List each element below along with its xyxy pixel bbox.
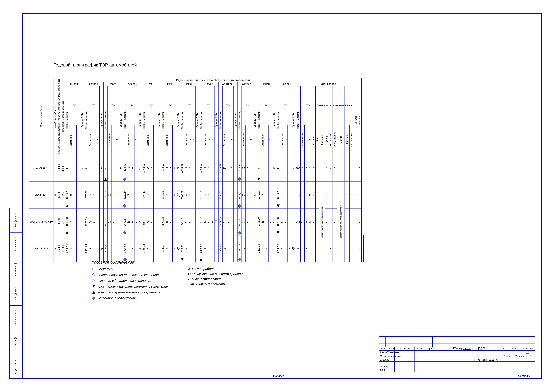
legend-item: -сезонное обслуживание	[92, 296, 168, 300]
svg-marker-6	[238, 204, 241, 208]
svg-marker-0	[104, 178, 107, 181]
svg-marker-10	[238, 231, 241, 234]
svg-marker-1	[123, 177, 126, 181]
title-block: ИзмЛист№ докумПодпДатаПлан-график ТОРЛит…	[379, 336, 535, 372]
stamp-cell: Справ №	[9, 330, 22, 354]
kopiroval-label: Копировал	[271, 374, 284, 377]
stamp-cell: Взам инв №	[9, 257, 22, 281]
legend: Условное обозначение -обкатка-постановка…	[92, 260, 244, 302]
svg-marker-3	[257, 178, 260, 181]
svg-marker-11	[277, 231, 280, 234]
legend-title: Условное обозначение	[92, 260, 244, 265]
svg-marker-9	[123, 231, 126, 234]
stamp-cell: Подп и дата	[9, 305, 22, 330]
drawing-sheet: Перв применСправ №Подп и датаИнв № дублВ…	[0, 0, 555, 392]
stamp-cell: Инв № дубл	[9, 281, 22, 306]
legend-text-item: Д-диагностирование	[188, 277, 244, 281]
legend-item: -обкатка	[92, 267, 168, 271]
tri-down-icon	[92, 284, 96, 289]
diamond-icon	[92, 296, 96, 300]
legend-text-item: О-обслуживание во время хранения	[188, 272, 244, 276]
svg-marker-17	[92, 273, 95, 276]
format-label: Формат А1	[518, 374, 533, 377]
stamp-cell: Перв примен	[9, 354, 22, 379]
left-binding-stamps: Перв применСправ №Подп и датаИнв № дублВ…	[9, 179, 22, 379]
legend-text: X-ТО при работеО-обслуживание во время х…	[188, 267, 244, 302]
legend-text-item: X-ТО при работе	[188, 267, 244, 271]
stamp-cell: Инв № подл	[9, 208, 22, 233]
svg-marker-18	[92, 279, 95, 282]
svg-marker-5	[123, 204, 126, 208]
svg-marker-20	[92, 291, 95, 294]
legend-item: -постановка на длительное хранение	[92, 273, 168, 277]
legend-item: -постановка на кратковременное хранение	[92, 284, 168, 289]
plan-table: Модель автомобиляХозяйственный номерПроб…	[29, 78, 366, 262]
tri-up-o-icon	[92, 278, 96, 283]
svg-marker-19	[92, 285, 95, 288]
legend-text-item: Т-технический осмотр	[188, 282, 244, 286]
svg-marker-8	[66, 231, 68, 234]
sq-icon	[92, 267, 96, 271]
dia-down-icon	[92, 273, 96, 277]
legend-symbols: -обкатка-постановка на длительное хранен…	[92, 267, 168, 302]
svg-marker-7	[277, 204, 280, 207]
stamp-cell: Подп и дата	[9, 232, 22, 257]
tri-up-icon	[92, 290, 96, 295]
legend-item: -снятие с длительного хранения	[92, 278, 168, 283]
svg-marker-2	[238, 177, 241, 181]
svg-marker-21	[92, 297, 95, 300]
svg-marker-4	[66, 204, 68, 207]
legend-item: -снятие с кратковременного хранения	[92, 290, 168, 295]
svg-rect-16	[93, 268, 95, 270]
page-title: Годовой план-график ТОР автомобилей	[54, 62, 137, 67]
